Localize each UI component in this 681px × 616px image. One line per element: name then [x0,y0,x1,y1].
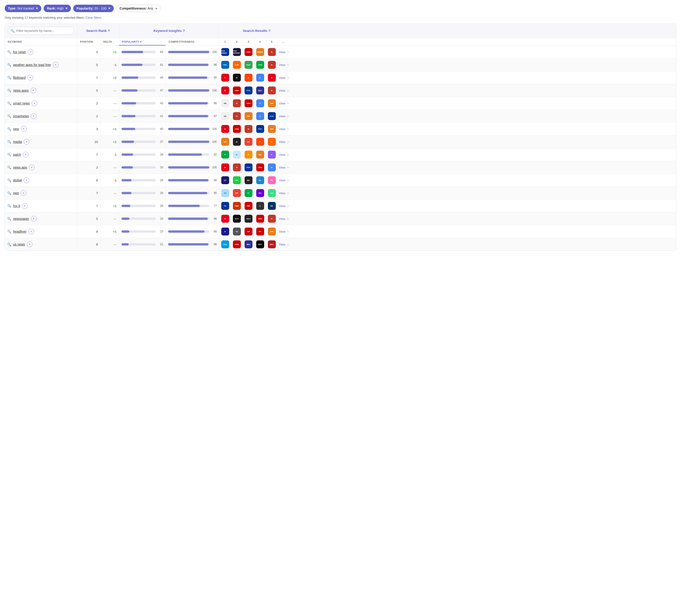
add-keyword-btn-2[interactable]: + [27,75,33,80]
clear-filters-link[interactable]: Clear filters [85,16,101,19]
filter-chip-rank[interactable]: Rank: High× [44,5,71,12]
view-link-11[interactable]: View → [279,191,289,195]
result-icon-3-7[interactable]: AP [245,138,252,146]
result-icon-1-4[interactable]: SN [221,99,229,107]
result-icon-1-14[interactable]: H [221,227,229,236]
filter-chip-competitiveness[interactable]: Competitiveness: Any▾ [116,5,161,12]
view-link-4[interactable]: View → [279,102,289,105]
view-link-10[interactable]: View → [279,179,289,182]
keyword-name-2[interactable]: flipboard [13,76,26,79]
add-keyword-btn-5[interactable]: + [31,113,36,119]
view-link-0[interactable]: View → [279,50,289,54]
result-icon-5-7[interactable]: S [268,138,276,146]
view-link-12[interactable]: View → [279,204,289,208]
keyword-name-10[interactable]: global [13,178,22,182]
chip-remove-popularity[interactable]: × [108,6,110,10]
view-link-14[interactable]: View → [279,230,289,233]
keyword-name-3[interactable]: news apps [13,89,29,92]
result-icon-3-4[interactable]: CNN [245,99,252,107]
keyword-name-15[interactable]: us news [13,243,25,246]
search-rank-help[interactable]: ? [108,29,110,33]
result-icon-3-9[interactable]: FOX [245,164,252,171]
filter-chip-popularity[interactable]: Popularity: 20 - 100× [73,5,114,12]
result-icon-1-2[interactable]: F [221,74,229,82]
result-icon-5-1[interactable]: N [268,61,276,69]
result-icon-1-3[interactable]: N [221,87,229,94]
result-icon-5-14[interactable]: NW [268,227,276,236]
result-icon-1-9[interactable]: N [221,164,229,171]
result-icon-2-6[interactable]: CNN [233,125,241,133]
result-icon-4-3[interactable]: NBC [256,87,264,94]
result-icon-4-2[interactable]: G [256,74,264,82]
keyword-name-1[interactable]: weather apps for ipad free [13,63,51,67]
search-results-help[interactable]: ? [268,29,271,33]
keyword-insights-help[interactable]: ? [183,29,185,33]
view-link-8[interactable]: View → [279,153,289,156]
keyword-name-11[interactable]: nws [13,191,19,195]
view-link-15[interactable]: View → [279,243,289,246]
result-icon-2-9[interactable]: N [233,164,241,171]
add-keyword-btn-14[interactable]: + [28,229,34,234]
view-link-3[interactable]: View → [279,89,289,92]
result-icon-2-12[interactable]: F8W [233,202,241,210]
result-icon-1-7[interactable]: NW [221,138,229,146]
add-keyword-btn-3[interactable]: + [30,88,36,93]
view-link-9[interactable]: View → [279,166,289,169]
add-keyword-btn-1[interactable]: + [53,62,58,68]
filter-chip-type[interactable]: Type: Not tracked× [5,5,41,12]
result-icon-4-8[interactable]: NW [256,151,264,158]
result-icon-1-5[interactable]: SN [221,112,229,120]
result-icon-1-11[interactable]: TH [221,189,229,197]
add-keyword-btn-15[interactable]: + [27,242,32,247]
add-keyword-btn-7[interactable]: + [24,139,29,145]
result-icon-4-7[interactable]: R [256,138,264,146]
result-icon-5-2[interactable]: N [268,74,276,82]
result-icon-4-6[interactable]: FOX [256,125,264,133]
result-icon-5-9[interactable]: G [268,164,276,171]
result-icon-2-11[interactable]: MP [233,189,241,197]
result-icon-1-12[interactable]: F8 [221,202,229,210]
result-icon-5-13[interactable]: N [268,215,276,223]
result-icon-3-1[interactable]: MAP [245,61,252,69]
result-icon-4-5[interactable]: G [256,112,264,120]
add-keyword-btn-8[interactable]: + [23,152,28,157]
result-icon-2-2[interactable]: M [233,74,241,82]
result-icon-3-6[interactable]: N [245,125,252,133]
result-icon-2-1[interactable]: SUN [233,61,241,69]
result-icon-1-1[interactable]: TWC [221,61,229,69]
keyword-name-12[interactable]: fox 8 [13,204,20,208]
result-icon-5-12[interactable]: 8B [268,202,276,210]
result-icon-4-12[interactable]: 8 [256,202,264,210]
keyword-name-6[interactable]: new [13,127,19,131]
chip-remove-rank[interactable]: × [66,6,68,10]
result-icon-4-0[interactable]: NEWS [256,48,264,56]
add-keyword-btn-0[interactable]: + [28,49,33,55]
keyword-name-4[interactable]: smart news [13,101,30,105]
view-link-5[interactable]: View → [279,115,289,118]
result-icon-5-11[interactable]: AN [268,189,276,197]
add-keyword-btn-4[interactable]: + [32,100,37,106]
result-icon-4-9[interactable]: CNN [256,164,264,171]
result-icon-4-4[interactable]: G [256,99,264,107]
result-icon-2-4[interactable]: N [233,99,241,107]
result-icon-4-13[interactable]: CNN [256,215,264,223]
col-popularity[interactable]: POPULARITY ▼ [119,38,166,46]
add-keyword-btn-13[interactable]: + [31,216,36,222]
result-icon-2-7[interactable]: M [233,138,241,146]
view-link-13[interactable]: View → [279,217,289,221]
result-icon-1-8[interactable]: P [221,151,229,158]
result-icon-3-10[interactable]: BK [245,176,252,184]
result-icon-3-5[interactable]: NW [245,112,252,120]
result-icon-2-15[interactable]: CNN [233,240,241,248]
add-keyword-btn-11[interactable]: + [21,190,26,196]
result-icon-3-0[interactable]: CNN [245,48,252,56]
keyword-name-9[interactable]: news app [13,166,27,169]
result-icon-2-10[interactable]: PH [233,176,241,184]
result-icon-3-8[interactable]: H [245,151,252,158]
result-icon-5-6[interactable]: NW [268,125,276,133]
result-icon-2-5[interactable]: N [233,112,241,120]
result-icon-3-3[interactable]: FOX [245,87,252,94]
result-icon-3-2[interactable]: R [245,74,252,82]
keyword-filter-input[interactable] [8,27,74,35]
chip-remove-type[interactable]: × [36,6,38,10]
